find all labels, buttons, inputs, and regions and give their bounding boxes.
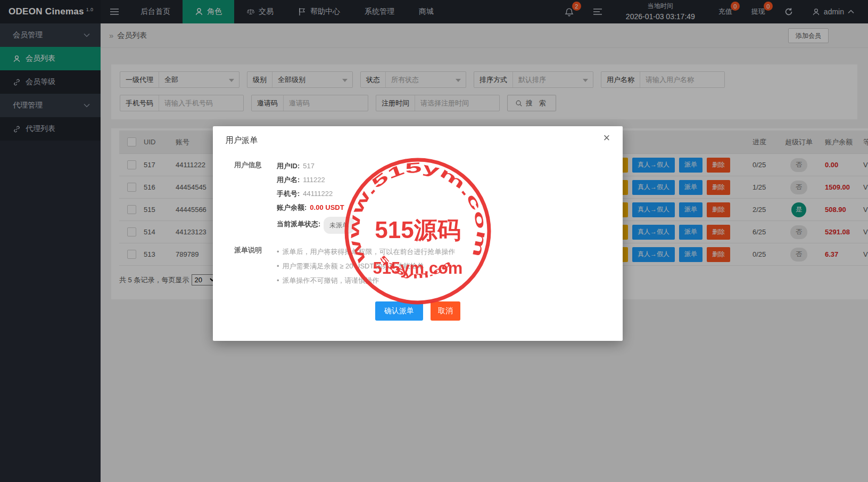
field-phone: 手机号: 44111222 [277, 187, 354, 201]
modal-body: 用户信息 用户ID: 517 用户名: 111222 手机号: 44111222… [213, 152, 623, 321]
note-item: •派单操作不可撤销，请谨慎操作 [277, 273, 456, 288]
field-dispatch-status: 当前派单状态: 未派单 [277, 215, 354, 234]
note-item: •派单后，用户将获得抢单权限，可以在前台进行抢单操作 [277, 244, 456, 259]
confirm-dispatch-button[interactable]: 确认派单 [375, 301, 423, 321]
modal-title: 用户派单 [226, 135, 258, 144]
dispatch-notes-section: 派单说明 •派单后，用户将获得抢单权限，可以在前台进行抢单操作 •用户需要满足余… [234, 244, 601, 288]
status-badge: 未派单 [324, 217, 354, 234]
cancel-button[interactable]: 取消 [431, 301, 460, 321]
user-info-label: 用户信息 [234, 159, 267, 234]
field-username: 用户名: 111222 [277, 173, 354, 187]
field-balance: 账户余额: 0.00 USDT [277, 201, 354, 215]
close-icon[interactable]: × [599, 130, 614, 145]
dispatch-notes-label: 派单说明 [234, 244, 267, 288]
modal-header: 用户派单 × [213, 126, 623, 152]
field-user-id: 用户ID: 517 [277, 159, 354, 173]
note-item: •用户需要满足余额 ≥ 20 USDT 的条件才能抢单 [277, 259, 456, 273]
dispatch-modal: 用户派单 × 用户信息 用户ID: 517 用户名: 111222 手机号: 4… [213, 126, 623, 341]
modal-buttons: 确认派单 取消 [234, 301, 601, 321]
user-info-section: 用户信息 用户ID: 517 用户名: 111222 手机号: 44111222… [234, 159, 601, 234]
